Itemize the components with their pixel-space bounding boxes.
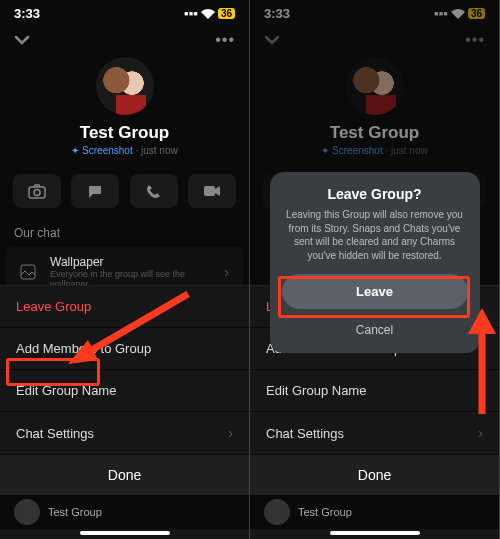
action-row — [0, 164, 249, 218]
chevron-right-icon: › — [224, 264, 229, 280]
wifi-icon — [451, 9, 465, 19]
modal-cancel-button[interactable]: Cancel — [282, 317, 468, 343]
screenshot-icon: ✦ — [321, 145, 329, 156]
our-chat-label: Our chat — [0, 218, 249, 246]
status-time: 3:33 — [264, 6, 290, 21]
bottom-strip: Test Group — [250, 495, 499, 529]
page-header: ••• — [250, 27, 499, 53]
group-avatar-wrap — [0, 57, 249, 115]
chat-settings-item[interactable]: Chat Settings › — [250, 412, 499, 455]
leave-group-modal: Leave Group? Leaving this Group will als… — [270, 172, 480, 353]
status-bar: 3:33 ▪▪▪ 36 — [250, 0, 499, 27]
svg-rect-0 — [29, 187, 45, 198]
battery-icon: 36 — [218, 8, 235, 19]
home-indicator[interactable] — [330, 531, 420, 535]
modal-title: Leave Group? — [282, 186, 468, 202]
group-subtitle: ✦ Screenshot · just now — [0, 145, 249, 156]
strip-avatar — [14, 499, 40, 525]
done-button[interactable]: Done — [0, 455, 249, 495]
chat-button[interactable] — [71, 174, 119, 208]
status-icons: ▪▪▪ 36 — [184, 6, 235, 21]
svg-rect-2 — [204, 186, 215, 196]
wallpaper-icon — [20, 264, 40, 280]
more-icon[interactable]: ••• — [215, 31, 235, 49]
group-avatar — [346, 57, 404, 115]
bottom-strip: Test Group — [0, 495, 249, 529]
video-button[interactable] — [188, 174, 236, 208]
screenshot-icon: ✦ — [71, 145, 79, 156]
signal-icon: ▪▪▪ — [184, 6, 198, 21]
group-avatar[interactable] — [96, 57, 154, 115]
group-subtitle: ✦ Screenshot · just now — [250, 145, 499, 156]
camera-button[interactable] — [13, 174, 61, 208]
chat-settings-item[interactable]: Chat Settings › — [0, 412, 249, 455]
svg-rect-3 — [21, 265, 35, 279]
group-title: Test Group — [250, 123, 499, 143]
screen-right: 3:33 ▪▪▪ 36 ••• Test Group ✦ Screenshot … — [250, 0, 500, 539]
modal-leave-button[interactable]: Leave — [282, 274, 468, 309]
more-icon[interactable]: ••• — [465, 31, 485, 49]
done-button[interactable]: Done — [250, 455, 499, 495]
page-header: ••• — [0, 27, 249, 53]
status-icons: ▪▪▪ 36 — [434, 6, 485, 21]
status-bar: 3:33 ▪▪▪ 36 — [0, 0, 249, 27]
back-chevron-icon[interactable] — [14, 35, 30, 45]
battery-icon: 36 — [468, 8, 485, 19]
screen-left: 3:33 ▪▪▪ 36 ••• Test Group ✦ Screenshot … — [0, 0, 250, 539]
call-button[interactable] — [130, 174, 178, 208]
modal-body: Leaving this Group will also remove you … — [282, 208, 468, 262]
action-sheet: Leave Group Add Members to Group Edit Gr… — [0, 285, 249, 539]
chevron-right-icon: › — [228, 425, 233, 441]
chevron-right-icon: › — [478, 425, 483, 441]
wallpaper-text: Wallpaper Everyone in the group will see… — [50, 255, 224, 289]
wifi-icon — [201, 9, 215, 19]
back-chevron-icon[interactable] — [264, 35, 280, 45]
signal-icon: ▪▪▪ — [434, 6, 448, 21]
home-indicator[interactable] — [80, 531, 170, 535]
group-title: Test Group — [0, 123, 249, 143]
svg-point-1 — [34, 189, 40, 195]
strip-avatar — [264, 499, 290, 525]
edit-name-item[interactable]: Edit Group Name — [250, 370, 499, 412]
add-members-item[interactable]: Add Members to Group — [0, 328, 249, 370]
edit-name-item[interactable]: Edit Group Name — [0, 370, 249, 412]
status-time: 3:33 — [14, 6, 40, 21]
leave-group-item[interactable]: Leave Group — [0, 286, 249, 328]
